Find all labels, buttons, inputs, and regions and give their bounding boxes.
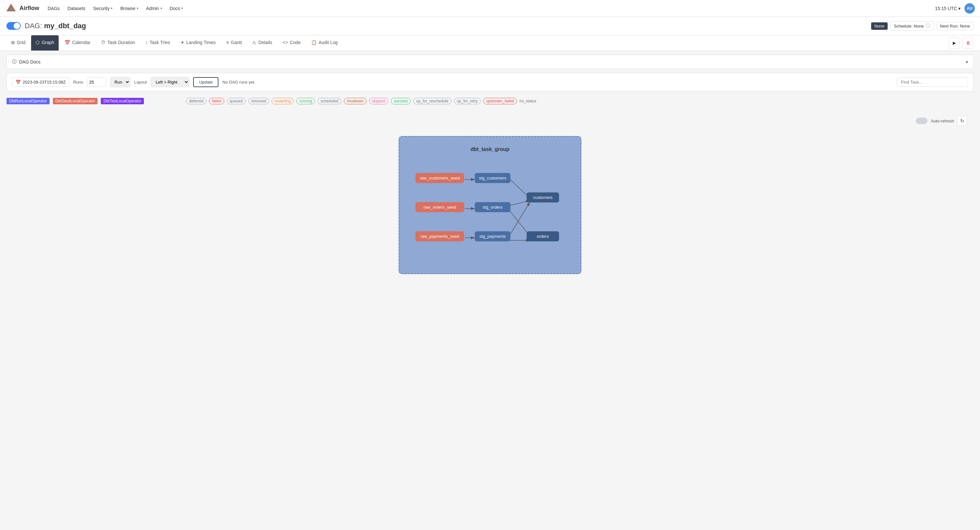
details-icon: ⚠ (252, 40, 256, 45)
operator-badge-run[interactable]: DbtRunLocalOperator (6, 98, 49, 104)
tab-task-tries[interactable]: ↕ Task Tries (141, 35, 175, 51)
status-scheduled[interactable]: scheduled (318, 98, 341, 104)
chevron-down-icon: ▾ (137, 6, 138, 10)
status-queued[interactable]: queued (227, 98, 246, 104)
time-display[interactable]: 15:15 UTC ▾ (935, 6, 961, 11)
layout-select[interactable]: Left > Right Top > Bottom (151, 77, 189, 87)
task-icon: ↕ (145, 40, 148, 45)
task-group: dbt_task_group (399, 136, 581, 274)
navbar-right: 15:15 UTC ▾ AU (935, 3, 975, 14)
status-deferred[interactable]: deferred (186, 98, 207, 104)
clock-icon: ⏱ (101, 40, 105, 45)
status-removed[interactable]: removed (248, 98, 269, 104)
tab-grid[interactable]: ⊞ Grid (6, 35, 30, 51)
tab-calendar[interactable]: 📅 Calendar (60, 35, 95, 51)
operator-badge-seed[interactable]: DbtSeedLocalOperator (53, 98, 98, 104)
code-icon: <> (283, 40, 288, 45)
tab-gantt[interactable]: ≡ Gantt (222, 35, 246, 51)
node-raw-payments-seed[interactable]: raw_payments_seed (415, 231, 464, 241)
tab-graph[interactable]: ⬡ Graph (31, 35, 59, 51)
play-button[interactable]: ▶ (949, 38, 960, 49)
tab-details[interactable]: ⚠ Details (248, 35, 277, 51)
auto-refresh-bar: Auto-refresh ↻ (13, 116, 967, 126)
dag-docs: ⓘ DAG Docs ▾ (6, 55, 974, 69)
task-group-title: dbt_task_group (412, 146, 568, 152)
operator-badge-test[interactable]: DbtTestLocalOperator (101, 98, 144, 104)
auto-refresh-label: Auto-refresh (931, 119, 954, 124)
airflow-logo (5, 3, 17, 14)
dag-header-right: None Schedule: None ⓘ Next Run: None (871, 21, 974, 30)
schedule-badge: None (871, 22, 888, 30)
update-button[interactable]: Update (193, 77, 218, 87)
nav-browse[interactable]: Browse ▾ (117, 4, 142, 13)
calendar-icon: 📅 (16, 80, 21, 84)
node-customers[interactable]: customers (527, 192, 559, 203)
runs-input[interactable] (87, 78, 106, 87)
status-running[interactable]: running (296, 98, 315, 104)
node-raw-customers-seed[interactable]: raw_customers_seed (415, 173, 464, 183)
graph-area: Auto-refresh ↻ dbt_task_group (6, 109, 974, 294)
chevron-down-icon: ▾ (161, 6, 162, 10)
grid-icon: ⊞ (11, 40, 15, 45)
tab-code[interactable]: <> Code (278, 35, 305, 51)
nav-dags[interactable]: DAGs (45, 4, 63, 13)
status-restarting[interactable]: restarting (272, 98, 294, 104)
dag-toggle[interactable] (6, 22, 21, 30)
controls-bar: 📅 2023-09-23T15:15:08Z Runs Run Layout L… (6, 73, 974, 91)
status-up-for-retry[interactable]: up_for_retry (454, 98, 481, 104)
dag-docs-title: ⓘ DAG Docs (12, 59, 40, 65)
legend-bar: DbtRunLocalOperator DbtSeedLocalOperator… (6, 95, 974, 107)
task-graph: raw_customers_seed stg_customers custome… (412, 160, 568, 264)
tab-landing-times[interactable]: ✈ Landing Times (176, 35, 220, 51)
tab-audit-log[interactable]: 📋 Audit Log (307, 35, 342, 51)
chevron-down-icon: ▾ (958, 6, 961, 11)
find-task-input[interactable] (897, 78, 968, 87)
delete-button[interactable]: 🗑 (963, 38, 974, 49)
tabs-right: ▶ 🗑 (949, 38, 974, 49)
no-runs-text: No DAG runs yet. (222, 80, 255, 84)
brand[interactable]: Airflow (5, 3, 39, 14)
navbar: Airflow DAGs Datasets Security ▾ Browse … (0, 0, 980, 17)
auto-refresh-toggle[interactable] (916, 117, 928, 124)
brand-name: Airflow (19, 5, 39, 12)
tabs-bar: ⊞ Grid ⬡ Graph 📅 Calendar ⏱ Task Duratio… (0, 35, 980, 51)
nav-datasets[interactable]: Datasets (64, 4, 89, 13)
dag-header: DAG: my_dbt_dag None Schedule: None ⓘ Ne… (0, 17, 980, 35)
status-up-for-reschedule[interactable]: up_for_reschedule (413, 98, 451, 104)
nav-admin[interactable]: Admin ▾ (143, 4, 165, 13)
user-avatar[interactable]: AU (964, 3, 975, 14)
nav-docs[interactable]: Docs ▾ (167, 4, 186, 13)
landing-icon: ✈ (180, 40, 185, 45)
chevron-down-icon: ▾ (111, 6, 113, 10)
date-input: 📅 2023-09-23T15:15:08Z (12, 78, 69, 87)
node-stg-payments[interactable]: stg_payments (475, 231, 511, 241)
node-stg-orders[interactable]: stg_orders (475, 202, 511, 212)
dag-title-area: DAG: my_dbt_dag (6, 22, 86, 30)
status-upstream-failed[interactable]: upstream_failed (483, 98, 517, 104)
info-icon: ⓘ (12, 59, 16, 65)
svg-line-10 (510, 202, 530, 235)
audit-icon: 📋 (311, 40, 317, 45)
gantt-icon: ≡ (226, 40, 229, 45)
task-group-container: dbt_task_group (13, 130, 967, 287)
status-no-status: no_status (520, 99, 536, 103)
node-orders[interactable]: orders (527, 231, 559, 241)
status-failed[interactable]: failed (209, 98, 224, 104)
chevron-down-icon: ▾ (966, 59, 968, 65)
refresh-button[interactable]: ↻ (957, 116, 967, 126)
nav-security[interactable]: Security ▾ (90, 4, 116, 13)
run-select[interactable]: Run (110, 77, 130, 87)
status-badges: deferred failed queued removed restartin… (186, 98, 536, 104)
schedule-info: Schedule: None ⓘ (890, 21, 934, 30)
layout-label: Layout (134, 80, 147, 84)
graph-icon: ⬡ (36, 40, 40, 45)
calendar-icon: 📅 (65, 40, 70, 45)
status-success[interactable]: success (391, 98, 410, 104)
info-icon: ⓘ (926, 23, 931, 29)
status-skipped[interactable]: skipped (369, 98, 388, 104)
node-stg-customers[interactable]: stg_customers (475, 173, 511, 183)
tab-task-duration[interactable]: ⏱ Task Duration (96, 35, 140, 51)
node-raw-orders-seed[interactable]: raw_orders_seed (415, 202, 464, 212)
dag-docs-header[interactable]: ⓘ DAG Docs ▾ (7, 55, 973, 69)
status-shutdown[interactable]: shutdown (344, 98, 366, 104)
